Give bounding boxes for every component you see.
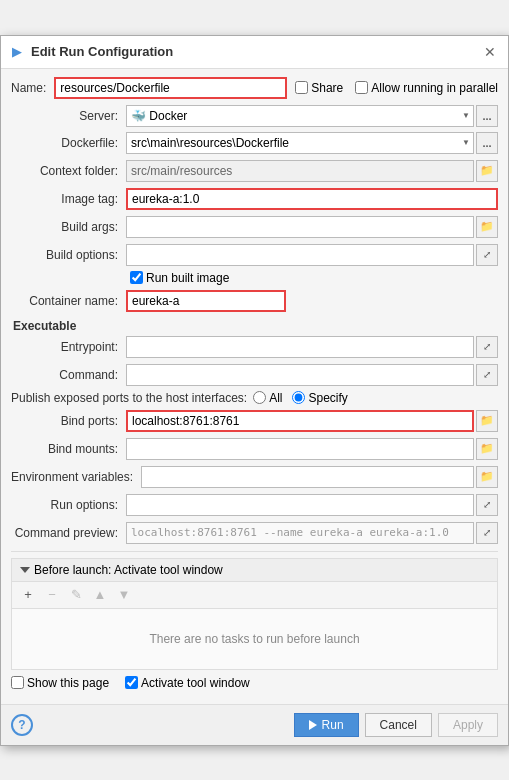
run-options-label: Run options: [11, 498, 126, 512]
server-select-wrapper: 🐳 Docker [126, 105, 474, 127]
apply-button[interactable]: Apply [438, 713, 498, 737]
specify-radio[interactable] [292, 391, 305, 404]
separator-1 [11, 551, 498, 552]
bind-ports-input-group: 📁 [126, 410, 498, 432]
all-radio-item[interactable]: All [253, 391, 282, 405]
dockerfile-input-group: src\main\resources\Dockerfile ... [126, 132, 498, 154]
run-built-image-checkbox[interactable] [130, 271, 143, 284]
activate-window-checkbox-item[interactable]: Activate tool window [125, 676, 250, 690]
allow-parallel-label: Allow running in parallel [371, 81, 498, 95]
bind-ports-row: Bind ports: 📁 [11, 409, 498, 433]
run-options-input[interactable] [126, 494, 474, 516]
entrypoint-label: Entrypoint: [11, 340, 126, 354]
show-page-label: Show this page [27, 676, 109, 690]
share-checkbox-item[interactable]: Share [295, 81, 343, 95]
run-button[interactable]: Run [294, 713, 359, 737]
executable-section-header: Executable [11, 319, 498, 333]
build-options-row: Build options: ⤢ [11, 243, 498, 267]
all-radio-label: All [269, 391, 282, 405]
dockerfile-row: Dockerfile: src\main\resources\Dockerfil… [11, 131, 498, 155]
specify-radio-label: Specify [308, 391, 347, 405]
image-tag-label: Image tag: [11, 192, 126, 206]
bind-mounts-row: Bind mounts: 📁 [11, 437, 498, 461]
context-folder-label: Context folder: [11, 164, 126, 178]
container-name-input[interactable] [126, 290, 286, 312]
command-preview-expand-button[interactable]: ⤢ [476, 522, 498, 544]
add-task-button[interactable]: + [18, 585, 38, 605]
image-tag-row: Image tag: [11, 187, 498, 211]
before-launch-header: Before launch: Activate tool window [12, 559, 497, 582]
publish-radio-group: All Specify [253, 391, 348, 405]
build-args-label: Build args: [11, 220, 126, 234]
allow-parallel-checkbox-item[interactable]: Allow running in parallel [355, 81, 498, 95]
run-options-expand-button[interactable]: ⤢ [476, 494, 498, 516]
context-folder-browse-button[interactable]: 📁 [476, 160, 498, 182]
env-variables-browse-button[interactable]: 📁 [476, 466, 498, 488]
before-launch-toolbar: + − ✎ ▲ ▼ [12, 582, 497, 609]
server-ellipsis-button[interactable]: ... [476, 105, 498, 127]
remove-task-button[interactable]: − [42, 585, 62, 605]
move-up-button[interactable]: ▲ [90, 585, 110, 605]
run-label: Run [322, 718, 344, 732]
cancel-button[interactable]: Cancel [365, 713, 432, 737]
context-folder-input[interactable] [126, 160, 474, 182]
activate-window-checkbox[interactable] [125, 676, 138, 689]
container-name-label: Container name: [11, 294, 126, 308]
command-preview-input-group: ⤢ [126, 522, 498, 544]
command-input[interactable] [126, 364, 474, 386]
bind-mounts-input[interactable] [126, 438, 474, 460]
server-input-group: 🐳 Docker ... [126, 105, 498, 127]
dockerfile-select[interactable]: src\main\resources\Dockerfile [126, 132, 474, 154]
name-row: Name: Share Allow running in parallel [11, 77, 498, 99]
allow-parallel-checkbox[interactable] [355, 81, 368, 94]
show-page-checkbox[interactable] [11, 676, 24, 689]
env-variables-row: Environment variables: 📁 [11, 465, 498, 489]
bind-mounts-browse-button[interactable]: 📁 [476, 438, 498, 460]
env-variables-input-group: 📁 [141, 466, 498, 488]
command-row: Command: ⤢ [11, 363, 498, 387]
help-button[interactable]: ? [11, 714, 33, 736]
server-row: Server: 🐳 Docker ... [11, 105, 498, 127]
build-args-row: Build args: 📁 [11, 215, 498, 239]
publish-ports-row: Publish exposed ports to the host interf… [11, 391, 498, 405]
container-name-row: Container name: [11, 289, 498, 313]
before-launch-body: There are no tasks to run before launch [12, 609, 497, 669]
server-select[interactable]: 🐳 Docker [126, 105, 474, 127]
command-preview-row: Command preview: ⤢ [11, 521, 498, 545]
env-variables-input[interactable] [141, 466, 474, 488]
build-options-label: Build options: [11, 248, 126, 262]
bottom-options: Show this page Activate tool window [11, 676, 498, 690]
show-page-checkbox-item[interactable]: Show this page [11, 676, 109, 690]
bind-ports-label: Bind ports: [11, 414, 126, 428]
run-built-image-checkbox-item[interactable]: Run built image [130, 271, 229, 285]
command-expand-button[interactable]: ⤢ [476, 364, 498, 386]
build-options-input[interactable] [126, 244, 474, 266]
bind-ports-input[interactable] [126, 410, 474, 432]
command-preview-input [126, 522, 474, 544]
all-radio[interactable] [253, 391, 266, 404]
build-options-expand-button[interactable]: ⤢ [476, 244, 498, 266]
before-launch-title: Before launch: Activate tool window [34, 563, 223, 577]
run-options-row: Run options: ⤢ [11, 493, 498, 517]
context-folder-input-group: 📁 [126, 160, 498, 182]
image-tag-input[interactable] [126, 188, 498, 210]
close-button[interactable]: ✕ [480, 42, 500, 62]
dockerfile-browse-button[interactable]: ... [476, 132, 498, 154]
bind-ports-browse-button[interactable]: 📁 [476, 410, 498, 432]
run-built-image-row: Run built image [11, 271, 498, 285]
dialog-content: Name: Share Allow running in parallel Se… [1, 69, 508, 704]
move-down-button[interactable]: ▼ [114, 585, 134, 605]
name-input[interactable] [54, 77, 287, 99]
before-launch-empty-message: There are no tasks to run before launch [149, 632, 359, 646]
entrypoint-input[interactable] [126, 336, 474, 358]
env-variables-label: Environment variables: [11, 470, 141, 484]
share-group: Share Allow running in parallel [295, 81, 498, 95]
build-args-browse-button[interactable]: 📁 [476, 216, 498, 238]
share-checkbox[interactable] [295, 81, 308, 94]
dockerfile-label: Dockerfile: [11, 136, 126, 150]
specify-radio-item[interactable]: Specify [292, 391, 347, 405]
button-bar: ? Run Cancel Apply [1, 704, 508, 745]
entrypoint-expand-button[interactable]: ⤢ [476, 336, 498, 358]
edit-task-button[interactable]: ✎ [66, 585, 86, 605]
build-args-input[interactable] [126, 216, 474, 238]
